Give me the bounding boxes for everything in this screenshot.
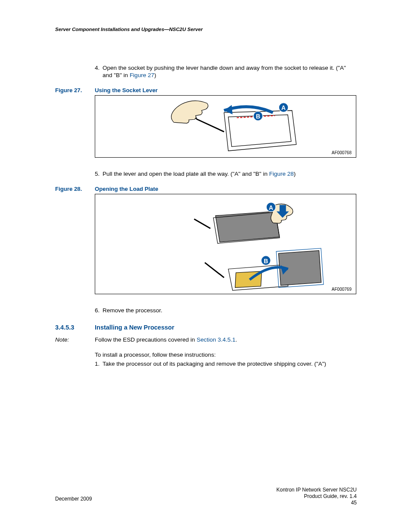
figure-28: A B AF000769 [95, 194, 356, 294]
svg-line-10 [194, 219, 211, 228]
step-text-tail: ) [294, 171, 296, 177]
figure-28-badge-a: A [269, 204, 273, 211]
note-label: Note: [55, 336, 95, 344]
section-3-4-5-3-heading: 3.4.5.3Installing a New Processor [55, 324, 357, 331]
figure-27-caption: Figure 27.Using the Socket Lever [55, 87, 357, 93]
figure-27: A B AF000768 [95, 95, 356, 158]
note-text-a: Follow the ESD precautions covered in [95, 336, 196, 343]
document-page: Server Component Installations and Upgra… [0, 0, 411, 532]
svg-marker-8 [215, 211, 280, 242]
footer-product-name: Kontron IP Network Server NSC2U [276, 487, 357, 493]
step-number: 1. [95, 361, 100, 368]
step-text: Remove the processor. [103, 307, 162, 314]
section-title: Installing a New Processor [95, 324, 174, 331]
note-row: Note:Follow the ESD precautions covered … [55, 336, 357, 344]
figure-27-badge-a: A [281, 105, 286, 111]
figure-label-number: Figure 28. [55, 186, 95, 192]
figure-28-illustration: A B [95, 194, 356, 294]
step-text: Take the processor out of its packaging … [103, 361, 326, 367]
figure-label-number: Figure 27. [55, 87, 95, 93]
svg-line-17 [205, 262, 224, 277]
step-6: 6. Remove the processor. [55, 307, 357, 314]
footer-date: December 2009 [55, 496, 92, 502]
figure-28-badge-b: B [264, 257, 268, 264]
install-step-1: 1. Take the processor out of its packagi… [55, 361, 357, 368]
figure-28-af-label: AF000769 [332, 287, 352, 292]
figure-28-caption: Figure 28.Opening the Load Plate [55, 186, 357, 192]
footer-page-number: 45 [276, 500, 357, 506]
step-5: 5. Pull the lever and open the load plat… [55, 171, 357, 178]
figure-27-link[interactable]: Figure 27 [130, 72, 154, 78]
running-header: Server Component Installations and Upgra… [55, 27, 203, 32]
footer-product-block: Kontron IP Network Server NSC2U Product … [276, 487, 357, 506]
figure-27-badge-b: B [256, 113, 260, 120]
figure-label-title: Opening the Load Plate [95, 186, 158, 192]
step-4: 4. Open the socket by pushing the lever … [55, 65, 357, 79]
step-text: Pull the lever and open the load plate a… [103, 171, 269, 177]
svg-line-2 [196, 119, 224, 132]
note-body: Follow the ESD precautions covered in Se… [95, 336, 353, 344]
section-number: 3.4.5.3 [55, 324, 95, 331]
figure-27-illustration: A B [95, 96, 356, 157]
section-3-4-5-1-link[interactable]: Section 3.4.5.1 [196, 336, 235, 343]
figure-28-link[interactable]: Figure 28 [269, 171, 294, 177]
page-body: 4. Open the socket by pushing the lever … [55, 65, 357, 369]
note-text-b: . [235, 336, 237, 343]
step-text-tail: ) [154, 72, 156, 78]
figure-label-title: Using the Socket Lever [95, 87, 158, 93]
figure-27-af-label: AF000768 [332, 150, 352, 155]
intro-paragraph: To install a processor, follow these ins… [95, 351, 357, 359]
footer-product-rev: Product Guide, rev. 1.4 [276, 493, 357, 500]
step-number: 6. [95, 307, 100, 314]
step-number: 4. [95, 65, 100, 72]
step-number: 5. [95, 171, 100, 178]
